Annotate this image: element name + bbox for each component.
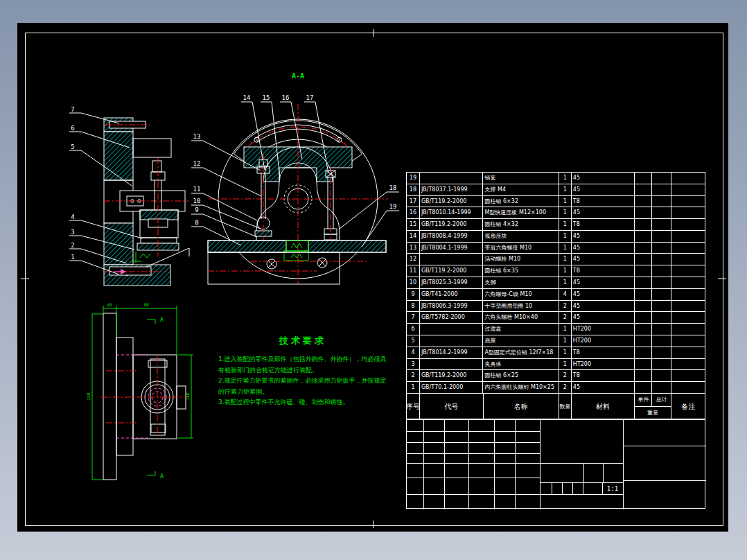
cell-name: 支脚 xyxy=(483,277,559,288)
tech-requirement-item: 2.规定拧紧力矩要求的紧固件，必须采用力矩扳手，并按规定的拧紧力矩紧固。 xyxy=(218,376,387,397)
cell-material: 45 xyxy=(572,289,635,300)
cell-qty: 1 xyxy=(559,231,572,242)
cell-total xyxy=(652,382,671,393)
parts-table: 19销套14518JB/T8037.1-1999支撑 M414517GB/T11… xyxy=(406,172,705,419)
cell-total xyxy=(652,219,671,230)
cell-name: 圆柱销 6×25 xyxy=(483,370,559,381)
parts-table-row: 6过渡盘1HT200 xyxy=(407,324,705,335)
part-label: 5 xyxy=(71,143,74,150)
section-aa-view: A-A xyxy=(208,72,388,284)
cell-remark xyxy=(671,312,705,323)
header-remark: 备注 xyxy=(671,394,705,420)
cell-code: JB/T8025.3-1999 xyxy=(420,277,484,288)
cell-total xyxy=(652,207,671,218)
cell-code: JB/T8014.2-1999 xyxy=(420,347,484,358)
part-label: 12 xyxy=(193,160,201,167)
parts-table-row: 12活动螺栓 M10145 xyxy=(407,254,705,265)
cell-no: 3 xyxy=(407,359,420,370)
header-no: 序号 xyxy=(407,394,420,420)
cell-remark xyxy=(671,219,705,230)
cell-material: HT200 xyxy=(572,324,635,335)
cell-unit xyxy=(635,265,652,277)
part-label: 16 xyxy=(282,94,290,101)
tech-requirement-item: 1.进入装配的零件及部件（包括外购件、外协件），均必须具有检验部门的合格证方能进… xyxy=(218,354,387,376)
cell-qty: 1 xyxy=(559,219,572,230)
part-label: 15 xyxy=(263,94,270,101)
cell-no: 2 xyxy=(407,370,420,381)
cell-code: JB/T8006.3-1999 xyxy=(420,301,484,312)
cell-no: 11 xyxy=(407,265,420,277)
cell-total xyxy=(652,184,671,195)
cell-qty: 1 xyxy=(559,277,572,288)
cell-qty: 1 xyxy=(559,173,572,184)
section-letter: A xyxy=(160,317,164,323)
cell-code: GB/T119.2-2000 xyxy=(420,265,484,277)
parts-table-row: 15GB/T119.2-2000圆柱销 4×321T8 xyxy=(407,219,705,231)
cell-remark xyxy=(671,347,705,358)
cell-unit xyxy=(635,219,652,230)
drawing-canvas[interactable]: 7 6 5 4 3 2 1 A-A xyxy=(17,23,728,532)
cell-total xyxy=(652,359,671,370)
cell-material: 45 xyxy=(572,173,635,184)
part-label: 18 xyxy=(389,184,397,191)
parts-table-row: 5底座1HT200 xyxy=(407,335,705,347)
dim-label: 248 xyxy=(86,392,91,400)
cell-code: GB/T41-2000 xyxy=(420,289,484,300)
cell-qty: 1 xyxy=(559,324,572,335)
part-label: 3 xyxy=(71,229,74,236)
parts-table-row: 19销套145 xyxy=(407,173,705,184)
cell-qty: 4 xyxy=(559,289,572,300)
part-label: 1 xyxy=(71,254,74,261)
cell-material: 45 xyxy=(572,207,635,218)
dim-label: 98 xyxy=(143,302,149,307)
cell-name: 圆柱销 6×35 xyxy=(483,265,559,277)
part-label: 11 xyxy=(193,186,201,193)
parts-table-row: 2GB/T119.2-2000圆柱销 6×252T8 xyxy=(407,370,705,382)
cell-unit xyxy=(635,207,652,218)
cell-name: 支撑 M4 xyxy=(483,184,559,195)
cell-name: 圆柱销 4×32 xyxy=(483,219,559,230)
cell-total xyxy=(652,265,671,277)
part-label: 14 xyxy=(243,94,251,101)
cell-no: 19 xyxy=(407,173,420,184)
cell-qty: 2 xyxy=(559,382,572,393)
cell-qty: 1 xyxy=(559,243,572,254)
cell-remark xyxy=(671,370,705,381)
cell-no: 16 xyxy=(407,207,420,218)
cell-name: 内六角圆柱头螺钉 M10×25 xyxy=(483,382,559,393)
cell-code xyxy=(420,324,484,335)
cell-no: 8 xyxy=(407,301,420,312)
cell-no: 7 xyxy=(407,312,420,323)
header-unit: 单件 xyxy=(635,394,652,406)
cell-code xyxy=(420,335,484,347)
cell-name: A型固定式定位销 12f7×18 xyxy=(483,347,559,358)
header-weight-block: 单件 总计 重量 xyxy=(635,394,671,420)
cell-unit xyxy=(635,196,652,207)
cell-code xyxy=(420,173,484,184)
cell-name: 销套 xyxy=(483,173,559,184)
cell-unit xyxy=(635,347,652,358)
dim-label: 45 xyxy=(107,302,112,307)
cell-unit xyxy=(635,277,652,288)
section-letter: A xyxy=(160,473,164,480)
header-name: 名称 xyxy=(484,394,559,420)
cell-unit xyxy=(635,173,652,184)
locating-symbol-boxes xyxy=(284,240,308,261)
header-material: 材料 xyxy=(572,394,635,420)
cell-code: GB/T119.2-2000 xyxy=(420,370,484,381)
cell-remark xyxy=(671,173,705,184)
cell-material: HT200 xyxy=(572,335,635,347)
header-qty: 数量 xyxy=(559,394,572,420)
parts-table-row: 16JB/T8010.14-1999M型快速压板 M12×100145 xyxy=(407,207,705,219)
cell-name: 夹具体 xyxy=(483,359,559,370)
cell-remark xyxy=(671,277,705,288)
cell-unit xyxy=(635,382,652,393)
front-view: 45 98 248 140 A A xyxy=(86,302,193,480)
cell-qty: 2 xyxy=(559,312,572,323)
cell-qty: 1 xyxy=(559,254,572,265)
cell-code: JB/T8004.1-1999 xyxy=(420,243,484,254)
cell-qty: 2 xyxy=(559,370,572,381)
scale-value: 1:1 xyxy=(602,482,623,494)
cell-material: 45 xyxy=(572,184,635,195)
parts-table-row: 18JB/T8037.1-1999支撑 M4145 xyxy=(407,184,705,196)
